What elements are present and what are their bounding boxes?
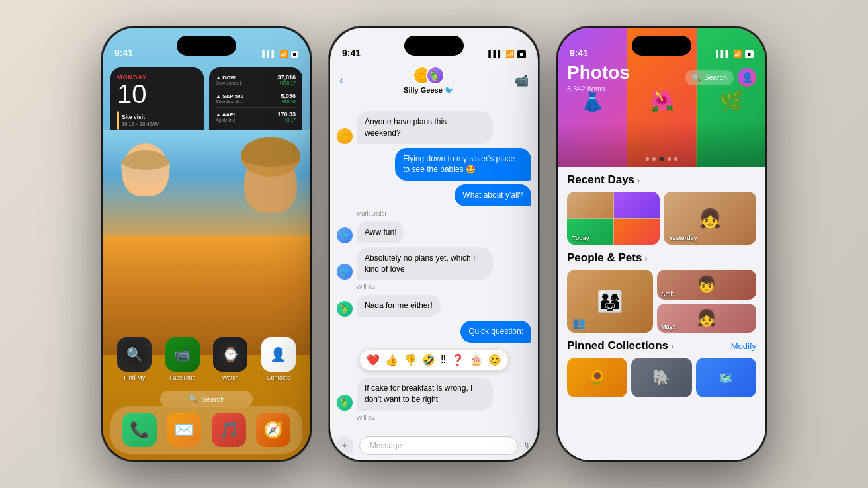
tapback-heart[interactable]: ❤️ [367,354,380,366]
signal-icon-2: ▌▌▌ [488,50,502,58]
status-icons-2: ▌▌▌ 📶 ■ [488,50,526,58]
status-icons-3: ▌▌▌ 📶 ■ [716,50,754,58]
tapback-exclaim[interactable]: ‼️ [441,354,446,366]
phone-photos: 👗 🌺 🌿 9:41 ▌▌▌ 📶 ■ Photos 8,342 Items [556,26,767,462]
chevron-right-3-icon: › [671,341,673,351]
wifi-icon: 📶 [279,50,288,58]
phone-icon: 📞 [130,421,150,439]
facetime-icon: 📹 [174,346,191,362]
dock-phone[interactable]: 📞 [122,413,157,447]
tapback-row[interactable]: ❤️ 👍 👎 🤣 ‼️ ❓ 🎂 😊 [359,349,509,371]
sender-will-2: Will Xu [357,415,531,421]
contacts-icon: 👤 [270,346,286,362]
msg-6: 🦜 Nada for me either! [337,295,531,317]
avatar-2-icon: 🦜 [429,70,441,81]
photos-header: Photos 8,342 Items 🔍 Search 👤 [567,62,756,93]
group-avatar-2: 🦜 [426,66,445,85]
pinned-card-3[interactable]: 🗺️ [696,358,756,397]
video-call-button[interactable]: 📹 [514,73,529,88]
status-bar-photos: 9:41 ▌▌▌ 📶 ■ [558,28,765,62]
msg-avatar-1: 🐥 [337,128,353,144]
search-pill[interactable]: 🔍 Search [160,391,253,407]
messages-body[interactable]: 🐥 Anyone have plans this weekend? Flying… [330,106,538,421]
msg-1: 🐥 Anyone have plans this weekend? [337,111,531,144]
back-button[interactable]: ‹ [339,73,343,87]
group-info: 🐥 🦜 Silly Geese 🐦 [404,66,454,95]
add-button[interactable]: + [335,436,354,455]
msg-3: What about y'all? [337,184,531,206]
pinned-card-1[interactable]: 🌻 [567,358,627,397]
collage-cell-4 [614,219,660,245]
battery-icon: ■ [291,51,298,58]
people-pets-title: People & Pets › [567,251,756,264]
sender-will-1: Will Xu [357,284,531,290]
chevron-right-icon: › [637,175,640,185]
photos-title: Photos [567,62,630,83]
stock-item-aapl: ▲ AAPL Apple Inc. 170.33 +3.17 [216,111,296,126]
watch-label: Watch [222,374,239,381]
contacts-label: Contacts [267,374,290,381]
app-findmy[interactable]: 🔍 Find My [117,337,152,381]
dot-3-active [659,157,664,161]
app-facetime[interactable]: 📹 FaceTime [165,337,200,381]
photos-search-button[interactable]: 🔍 Search [685,70,734,85]
dynamic-island-2 [404,36,464,56]
battery-icon-2: ■ [517,50,526,58]
msg-avatar-8: 🦜 [337,395,353,411]
status-time-3: 9:41 [570,48,588,58]
cal-event-1: Site visit 10:15 – 10:45AM [117,111,197,130]
facetime-label: FaceTime [169,374,196,381]
msg-7: Quick question: [337,321,531,343]
msg-bubble-2: Flying down to my sister's place to see … [395,148,531,181]
safari-icon: 🧭 [263,421,283,439]
tapback-question[interactable]: ❓ [451,354,464,366]
photos-count: 8,342 Items [567,85,630,93]
chevron-right-2-icon: › [644,253,647,263]
mail-icon: ✉️ [174,421,194,439]
yesterday-card[interactable]: 👧 Yesterday [664,192,756,245]
today-card[interactable]: Today [567,192,660,245]
app-watch[interactable]: ⌚ Watch [213,337,247,381]
dot-2 [652,157,656,161]
wifi-icon-2: 📶 [505,50,515,58]
msg-bubble-3: What about y'all? [455,184,531,206]
people-col: 👦 Amit 👧 Maya [657,270,756,333]
user-avatar[interactable]: 👤 [738,68,756,87]
tapback-thumbsdown[interactable]: 👎 [404,354,417,366]
collage-cell-2 [614,192,660,218]
message-input-bar: + iMessage 🎙 [335,436,533,455]
pinned-card-2[interactable]: 🐘 [631,358,691,397]
signal-icon-3: ▌▌▌ [716,50,730,58]
people-card-maya[interactable]: 👧 Maya [657,304,756,333]
people-card-amit[interactable]: 👦 Amit [657,270,756,300]
modify-button[interactable]: Modify [731,341,756,351]
status-time: 9:41 [114,48,133,58]
people-card-group[interactable]: 👨‍👩‍👧 👥 [567,270,653,333]
stock-item-dow: ▲ DOW Dow Jones I. 37,816 +570.17 [216,74,296,89]
msg-bubble-7: Quick question: [460,321,531,343]
pinned-title: Pinned Collections › [567,339,673,352]
message-input[interactable]: iMessage [359,436,518,455]
people-pets-grid: 👨‍👩‍👧 👥 👦 Amit 👧 Maya [567,270,756,333]
search-label: Search [704,73,727,81]
app-contacts[interactable]: 👤 Contacts [261,337,296,381]
microphone-icon[interactable]: 🎙 [523,440,533,451]
msg-5: 🐦 Absolutely no plans yet, which I kind … [337,247,531,280]
tapback-haha[interactable]: 🤣 [422,354,435,366]
tapback-cake[interactable]: 🎂 [470,354,483,366]
group-avatars: 🐥 🦜 [413,66,445,85]
msg-bubble-6: Nada for me either! [357,295,441,317]
dot-4 [668,157,671,161]
dock-music[interactable]: 🎵 [212,413,246,447]
msg-avatar-6: 🦜 [337,301,353,317]
photos-body: Recent Days › Today [558,167,765,460]
dock-mail[interactable]: ✉️ [167,413,201,447]
dynamic-island [177,36,236,56]
today-label: Today [572,235,589,241]
dock-safari[interactable]: 🧭 [256,413,290,447]
photos-pagination [558,157,765,161]
tapback-smile[interactable]: 😊 [488,354,501,366]
messages-header: ‹ 🐥 🦜 Silly Geese 🐦 📹 [330,62,538,99]
tapback-thumbsup[interactable]: 👍 [385,354,398,366]
pinned-grid: 🌻 🐘 🗺️ [567,358,756,397]
